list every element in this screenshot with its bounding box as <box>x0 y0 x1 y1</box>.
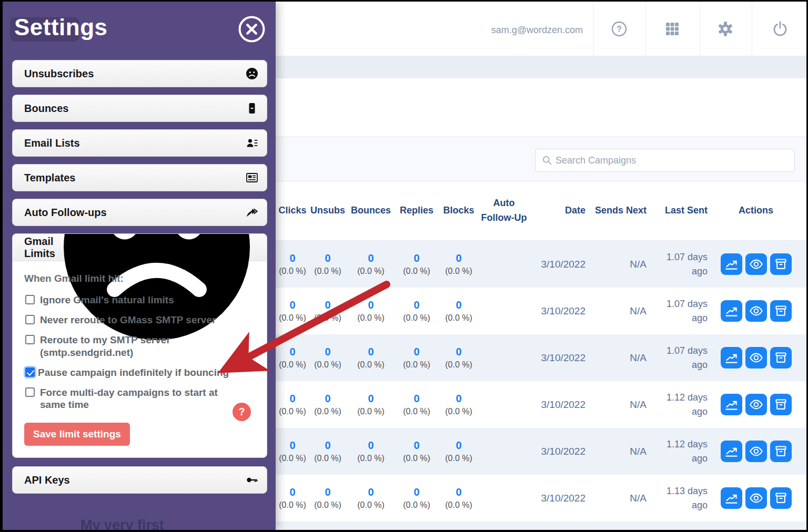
archive-action-button[interactable] <box>770 394 792 415</box>
stat-value[interactable]: 0 <box>394 346 439 358</box>
help-icon[interactable]: ? <box>611 21 628 37</box>
stat-value[interactable]: 0 <box>439 393 478 405</box>
stat-cell: 0(0.0 %) <box>394 439 439 463</box>
close-icon[interactable] <box>238 15 266 43</box>
stat-percent: (0.0 %) <box>394 267 439 276</box>
report-action-button[interactable] <box>721 487 742 509</box>
date-cell: 3/10/2022 <box>530 259 593 270</box>
stat-value[interactable]: 0 <box>439 346 478 358</box>
date-cell: 3/10/2022 <box>530 399 593 411</box>
checkbox[interactable] <box>25 295 35 304</box>
stat-cell: 0(0.0 %) <box>308 346 348 370</box>
save-limit-settings-button[interactable]: Save limit settings <box>24 423 130 446</box>
stat-value[interactable]: 0 <box>348 393 394 405</box>
stat-value[interactable]: 0 <box>277 439 308 452</box>
stat-value[interactable]: 0 <box>308 439 348 452</box>
stat-cell: 0(0.0 %) <box>439 393 478 416</box>
stat-value[interactable]: 0 <box>348 346 394 358</box>
option-pause-campaign[interactable]: Pause campaign indefinitely if bouncing <box>24 366 257 378</box>
preview-action-button[interactable] <box>745 347 767 369</box>
stat-value[interactable]: 0 <box>348 299 394 311</box>
settings-item-auto-follow-ups[interactable]: Auto Follow-ups <box>12 199 267 226</box>
col-header-blocks: Blocks <box>439 203 478 218</box>
stat-value[interactable]: 0 <box>439 299 478 311</box>
checkbox-checked[interactable] <box>25 367 35 377</box>
report-action-button[interactable] <box>721 394 742 415</box>
stat-value[interactable]: 0 <box>308 252 348 264</box>
sends-next-cell: N/A <box>593 259 655 270</box>
background-bleed-text: My very first <box>80 517 164 530</box>
archive-action-button[interactable] <box>770 300 792 322</box>
stat-value[interactable]: 0 <box>394 299 439 311</box>
checkbox[interactable] <box>25 387 35 397</box>
stat-value[interactable]: 0 <box>439 486 478 498</box>
archive-action-button[interactable] <box>770 347 792 369</box>
option-force-multiday[interactable]: Force multi-day campaigns to start at sa… <box>24 386 257 411</box>
col-header-last-sent: Last Sent <box>655 203 714 218</box>
stat-value[interactable]: 0 <box>277 486 308 498</box>
stat-value[interactable]: 0 <box>308 346 348 358</box>
stat-value[interactable]: 0 <box>308 393 348 405</box>
archive-action-button[interactable] <box>770 487 792 509</box>
settings-item-unsubscribes[interactable]: Unsubscribes <box>12 60 267 87</box>
stat-value[interactable]: 0 <box>308 299 348 311</box>
search-input[interactable] <box>556 155 788 166</box>
report-action-button[interactable] <box>721 441 742 462</box>
stat-value[interactable]: 0 <box>348 486 394 498</box>
header-divider <box>752 2 752 56</box>
stat-percent: (0.0 %) <box>394 313 439 323</box>
last-sent-cell: 1.07 daysago <box>655 344 714 372</box>
settings-item-templates[interactable]: Templates <box>12 164 267 191</box>
stat-value[interactable]: 0 <box>439 252 478 264</box>
apps-grid-icon[interactable] <box>664 21 681 37</box>
preview-action-button[interactable] <box>745 300 767 322</box>
help-badge[interactable]: ? <box>233 403 251 421</box>
archive-action-button[interactable] <box>770 253 792 275</box>
gear-icon[interactable] <box>717 21 734 37</box>
stat-value[interactable]: 0 <box>348 252 394 264</box>
last-sent-cell: 1.07 daysago <box>655 297 714 325</box>
stat-cell: 0(0.0 %) <box>277 439 308 463</box>
power-icon[interactable] <box>772 21 789 37</box>
preview-action-button[interactable] <box>745 441 767 462</box>
stat-value[interactable]: 0 <box>348 439 394 452</box>
preview-action-button[interactable] <box>745 394 767 415</box>
report-action-button[interactable] <box>721 300 742 322</box>
stat-percent: (0.0 %) <box>308 360 348 370</box>
stat-value[interactable]: 0 <box>277 299 308 311</box>
settings-item-gmail-limits[interactable]: Gmail Limits <box>13 234 267 261</box>
stat-value[interactable]: 0 <box>394 252 439 264</box>
search-box[interactable] <box>535 149 795 172</box>
preview-action-button[interactable] <box>745 487 767 509</box>
stat-cell: 0(0.0 %) <box>439 346 478 370</box>
settings-panel: Settings Unsubscribes Bounces <box>3 2 276 530</box>
report-action-button[interactable] <box>721 253 742 275</box>
checkbox[interactable] <box>25 315 35 324</box>
stat-value[interactable]: 0 <box>394 439 439 452</box>
archive-action-button[interactable] <box>770 441 792 462</box>
header-divider <box>700 2 700 56</box>
stat-value[interactable]: 0 <box>277 252 308 264</box>
settings-item-email-lists[interactable]: Email Lists <box>12 129 267 157</box>
stat-value[interactable]: 0 <box>277 346 308 358</box>
stat-cell: 0(0.0 %) <box>277 299 308 323</box>
preview-action-button[interactable] <box>745 253 767 275</box>
stat-cell: 0(0.0 %) <box>348 486 394 510</box>
stat-value[interactable]: 0 <box>439 439 478 452</box>
report-action-button[interactable] <box>721 347 742 369</box>
stat-value[interactable]: 0 <box>394 486 439 498</box>
date-cell: 3/10/2022 <box>530 493 593 504</box>
stat-cell: 0(0.0 %) <box>277 346 308 370</box>
settings-item-bounces[interactable]: Bounces <box>12 95 267 122</box>
stat-cell: 0(0.0 %) <box>394 393 439 416</box>
stat-value[interactable]: 0 <box>277 393 308 405</box>
settings-item-api-keys[interactable]: API Keys <box>12 466 267 494</box>
checkbox[interactable] <box>25 335 35 344</box>
stat-value[interactable]: 0 <box>394 393 439 405</box>
stat-value[interactable]: 0 <box>308 486 348 498</box>
stat-percent: (0.0 %) <box>277 360 308 370</box>
stat-cell: 0(0.0 %) <box>308 299 348 323</box>
sends-next-cell: N/A <box>593 352 655 364</box>
stat-cell: 0(0.0 %) <box>394 252 439 276</box>
forward-arrows-icon <box>246 206 258 219</box>
